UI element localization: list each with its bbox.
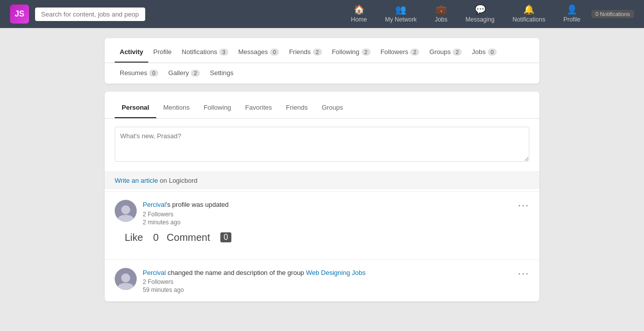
post2-followers: 2 Followers: [143, 278, 512, 285]
post2-body: Percival changed the name and descriptio…: [143, 268, 512, 294]
friends-badge: 2: [313, 49, 322, 56]
tab-settings[interactable]: Settings: [205, 65, 238, 84]
tab-friends[interactable]: Friends 2: [284, 44, 327, 63]
nav-items: 🏠 Home 👥 My Network 💼 Jobs 💬 Messaging 🔔…: [344, 0, 587, 28]
tab-activity[interactable]: Activity: [115, 44, 148, 63]
activity-post-2: Percival changed the name and descriptio…: [105, 259, 539, 302]
activity-post-1: Percival's profile was updated 2 Followe…: [105, 191, 539, 259]
avatar-percival-2: [115, 268, 137, 290]
tab-groups[interactable]: Groups 2: [424, 44, 467, 63]
tab-following[interactable]: Following 2: [327, 44, 376, 63]
post-composer: [105, 119, 539, 171]
top-navigation: JS 🏠 Home 👥 My Network 💼 Jobs 💬 Messagin…: [0, 0, 644, 28]
jobs-badge: 0: [488, 49, 497, 56]
groups-badge: 2: [453, 49, 462, 56]
notifications-count-badge: 0 Notifications: [591, 10, 634, 18]
feed-tab-groups[interactable]: Groups: [314, 100, 350, 118]
app-logo: JS: [10, 5, 29, 24]
post1-text: Percival's profile was updated: [143, 200, 512, 210]
nav-profile[interactable]: 👤 Profile: [556, 0, 587, 28]
post2-timestamp: 59 minutes ago: [143, 286, 512, 293]
avatar-percival-1: [115, 200, 137, 222]
feed-tab-friends[interactable]: Friends: [279, 100, 314, 118]
tab-gallery[interactable]: Gallery 2: [163, 65, 205, 84]
nav-my-network[interactable]: 👥 My Network: [378, 0, 424, 28]
gallery-badge: 2: [191, 70, 200, 77]
post1-like-comment-bar: Like 0 Comment 0: [115, 226, 529, 251]
profile-tabs-row2: Resumes 0 Gallery 2 Settings: [105, 63, 539, 84]
nav-home[interactable]: 🏠 Home: [344, 0, 374, 28]
post1-like-label[interactable]: Like: [125, 232, 143, 243]
notifications-icon: 🔔: [523, 4, 534, 15]
search-input[interactable]: [35, 8, 145, 21]
post1-timestamp: 2 minutes ago: [143, 219, 512, 226]
post-textarea[interactable]: [115, 127, 529, 162]
feed-tab-mentions[interactable]: Mentions: [156, 100, 197, 118]
profile-tabs-row1: Activity Profile Notifications 3 Message…: [105, 38, 539, 63]
post2-user-link[interactable]: Percival: [143, 269, 166, 276]
notifications-badge: 3: [219, 49, 228, 56]
post1-user-link[interactable]: Percival: [143, 201, 166, 208]
feed-tab-following[interactable]: Following: [197, 100, 238, 118]
feed-tab-personal[interactable]: Personal: [115, 100, 156, 118]
activity-feed-card: Personal Mentions Following Favorites Fr…: [105, 92, 539, 301]
tab-messages[interactable]: Messages 0: [233, 44, 284, 63]
followers-badge: 2: [410, 49, 419, 56]
nav-notifications[interactable]: 🔔 Notifications: [506, 0, 552, 28]
write-article-bar: Write an article on Logicbord: [105, 171, 539, 189]
write-article-link[interactable]: Write an article: [115, 177, 158, 184]
tab-jobs[interactable]: Jobs 0: [467, 44, 502, 63]
tab-profile[interactable]: Profile: [148, 44, 177, 63]
resumes-badge: 0: [149, 70, 158, 77]
nav-messaging[interactable]: 💬 Messaging: [458, 0, 501, 28]
home-icon: 🏠: [354, 4, 365, 15]
post1-like-count: 0: [153, 232, 159, 243]
jobs-icon: 💼: [436, 4, 447, 15]
messaging-icon: 💬: [475, 4, 486, 15]
post1-followers: 2 Followers: [143, 211, 512, 218]
post1-body: Percival's profile was updated 2 Followe…: [143, 200, 512, 226]
network-icon: 👥: [395, 4, 406, 15]
post2-group-link[interactable]: Web Designing Jobs: [306, 269, 366, 276]
post1-more-button[interactable]: ···: [518, 200, 529, 210]
post2-text: Percival changed the name and descriptio…: [143, 268, 512, 278]
nav-jobs[interactable]: 💼 Jobs: [428, 0, 454, 28]
tab-resumes[interactable]: Resumes 0: [115, 65, 163, 84]
feed-tab-favorites[interactable]: Favorites: [238, 100, 279, 118]
post1-comment-label[interactable]: Comment: [167, 232, 210, 243]
tab-followers[interactable]: Followers 2: [376, 44, 425, 63]
feed-tabs: Personal Mentions Following Favorites Fr…: [105, 92, 539, 119]
post2-more-button[interactable]: ···: [518, 268, 529, 278]
post1-comment-count: 0: [220, 232, 232, 242]
profile-tabs-card: Activity Profile Notifications 3 Message…: [105, 38, 539, 84]
tab-notifications[interactable]: Notifications 3: [177, 44, 233, 63]
messages-badge: 0: [270, 49, 279, 56]
following-badge: 2: [362, 49, 371, 56]
profile-icon: 👤: [566, 4, 577, 15]
